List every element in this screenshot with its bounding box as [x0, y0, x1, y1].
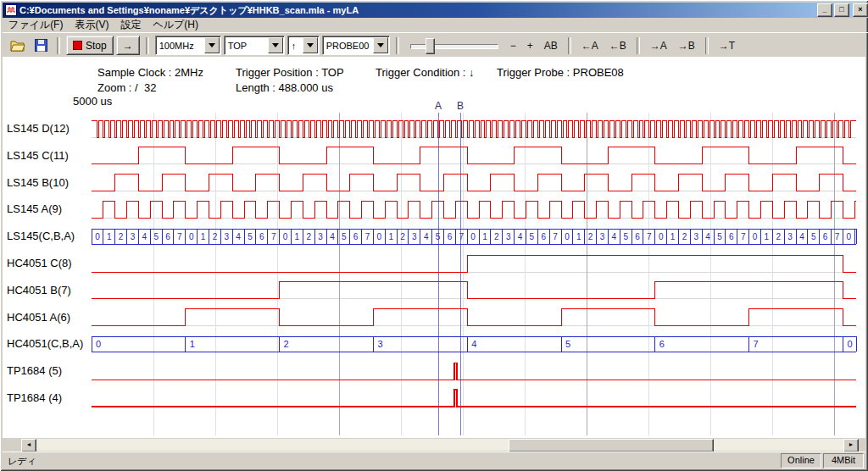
menu-item-view[interactable]: 表示(V)	[69, 17, 114, 33]
trigger-edge-select[interactable]: ↑	[287, 36, 320, 55]
stop-button[interactable]: Stop	[66, 36, 114, 55]
run-button[interactable]: →	[116, 36, 140, 55]
bus-value: 6	[635, 232, 640, 241]
bus-value: 3	[600, 232, 605, 241]
bus-value: 3	[224, 232, 229, 241]
scrollbar-thumb[interactable]	[509, 439, 714, 452]
bus-value: 1	[765, 232, 770, 241]
bus-value: 2	[213, 232, 218, 241]
app-window: C:¥Documents and Settings¥noname¥デスクトップ¥…	[0, 0, 868, 471]
status-online-badge: Online	[781, 453, 821, 468]
bus-value: 2	[284, 339, 289, 349]
bus-value: 7	[271, 232, 276, 241]
status-bar: レディ Online 4MBit	[3, 452, 865, 469]
signal-wave	[92, 255, 856, 272]
marker-label: A	[435, 100, 442, 112]
toolbar-separator	[146, 37, 149, 54]
bus-value: 5	[342, 232, 347, 241]
open-file-button[interactable]	[8, 36, 28, 55]
bus-value: 4	[471, 339, 476, 349]
chevron-down-icon[interactable]	[268, 37, 283, 53]
scrollbar-track[interactable]	[21, 439, 857, 451]
run-arrow-icon: →	[123, 40, 133, 52]
floppy-disk-icon	[35, 39, 47, 52]
bus-value: 7	[647, 232, 652, 241]
menu-item-file[interactable]: ファイル(F)	[3, 17, 69, 33]
bus-value: 5	[565, 339, 570, 349]
bus-value: 3	[412, 232, 417, 241]
zoom-out-button[interactable]: −	[506, 37, 520, 54]
bus-value: 4	[330, 232, 335, 241]
bus-value: 1	[190, 339, 195, 349]
chevron-down-icon[interactable]	[303, 37, 318, 53]
bus-value: 0	[659, 232, 664, 241]
bus-value: 0	[189, 232, 194, 241]
chevron-down-icon[interactable]	[373, 37, 388, 53]
bus-value: 6	[353, 232, 359, 241]
bus-value: 4	[424, 232, 429, 241]
bus-value: 5	[623, 232, 628, 241]
bus-value: 4	[142, 232, 147, 241]
bus-value: 2	[682, 232, 687, 241]
signal-wave	[92, 309, 856, 326]
menu-item-help[interactable]: ヘルプ(H)	[147, 17, 204, 33]
slider-thumb[interactable]	[426, 38, 435, 54]
waveform-area[interactable]: AB01234567012345670123456701234567012345…	[0, 57, 868, 438]
bus-value: 6	[541, 232, 546, 241]
signal-wave	[92, 201, 856, 218]
maximize-button[interactable]: □	[834, 3, 849, 17]
move-marker-b-right-button[interactable]: →B	[674, 37, 699, 54]
zoom-ab-span-button[interactable]: AB	[540, 37, 562, 54]
save-button[interactable]	[31, 36, 51, 55]
bus-value: 0	[95, 232, 100, 241]
chevron-down-icon[interactable]	[204, 37, 220, 53]
bus-value: 2	[588, 232, 593, 241]
menu-item-settings[interactable]: 設定	[114, 17, 147, 33]
bus-value: 7	[553, 232, 558, 241]
bus-value: 6	[729, 232, 734, 241]
move-marker-b-left-button[interactable]: ←B	[605, 37, 631, 54]
sample-rate-select[interactable]: 100MHz	[155, 36, 221, 55]
toolbar-separator	[705, 37, 709, 54]
bus-value: 0	[96, 339, 101, 349]
toolbar-separator	[637, 37, 640, 54]
toolbar-separator	[568, 37, 571, 54]
trigger-edge-value: ↑	[288, 41, 302, 51]
bus-value: 7	[835, 232, 840, 241]
bus-value: 6	[259, 232, 264, 241]
sample-rate-value: 100MHz	[156, 41, 203, 51]
signal-wave	[92, 120, 856, 137]
bus-value: 5	[811, 232, 816, 241]
trigger-position-select[interactable]: TOP	[224, 36, 285, 55]
bus-value: 1	[576, 232, 581, 241]
minimize-button[interactable]: _	[817, 3, 832, 17]
bus-value: 1	[670, 232, 676, 241]
bus-value: 0	[377, 232, 382, 241]
signal-wave	[92, 363, 856, 380]
signal-wave	[92, 282, 856, 299]
bus-value: 6	[448, 232, 453, 241]
bus-value: 0	[565, 232, 570, 241]
bus-value: 7	[741, 232, 746, 241]
bus-value: 1	[482, 232, 487, 241]
scroll-left-button[interactable]: ◄	[21, 439, 36, 452]
move-marker-a-left-button[interactable]: ←A	[577, 37, 603, 54]
trigger-probe-select[interactable]: PROBE00	[322, 36, 390, 55]
bus-value: 0	[283, 232, 288, 241]
status-memory-badge: 4MBit	[823, 453, 864, 468]
slider-track[interactable]	[410, 44, 498, 49]
bus-value: 4	[518, 232, 523, 241]
move-marker-a-right-button[interactable]: →A	[646, 37, 671, 54]
horizontal-scrollbar[interactable]: ◄ ►	[3, 438, 865, 452]
bus-value: 0	[470, 232, 476, 241]
bus-value: 7	[177, 232, 182, 241]
bus-value: 0	[753, 232, 758, 241]
zoom-slider[interactable]	[409, 36, 500, 55]
scroll-right-button[interactable]: ►	[843, 439, 859, 452]
title-bar[interactable]: C:¥Documents and Settings¥noname¥デスクトップ¥…	[3, 3, 868, 18]
zoom-in-button[interactable]: +	[523, 37, 537, 54]
close-button[interactable]: ×	[853, 3, 868, 17]
bus-value: 4	[705, 232, 710, 241]
menu-bar: ファイル(F) 表示(V) 設定 ヘルプ(H)	[3, 18, 865, 32]
goto-trigger-button[interactable]: →T	[715, 37, 739, 54]
